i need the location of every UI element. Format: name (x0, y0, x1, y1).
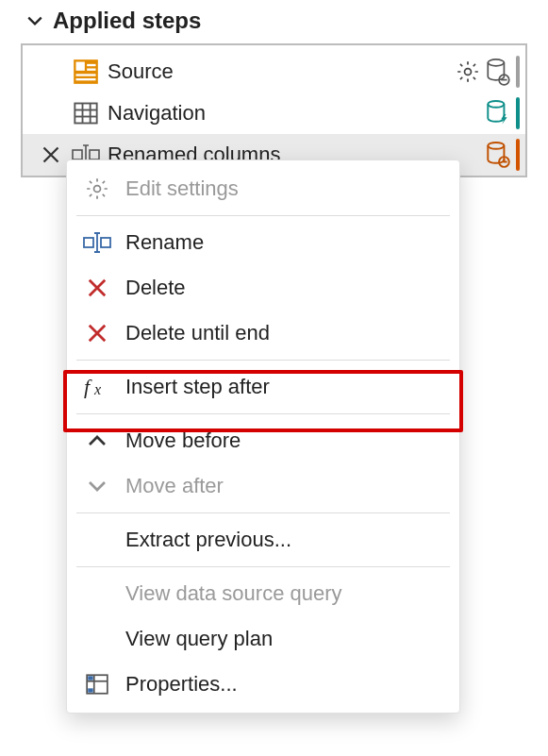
database-bolt-icon[interactable] (486, 99, 510, 127)
svg-rect-3 (87, 69, 95, 71)
table-icon (68, 100, 104, 126)
chevron-down-icon (80, 479, 114, 494)
svg-rect-5 (76, 78, 96, 80)
menu-label: Move before (125, 428, 241, 453)
menu-edit-settings: Edit settings (67, 166, 459, 211)
svg-rect-16 (73, 150, 82, 160)
chevron-down-icon (26, 12, 43, 29)
panel-title: Applied steps (53, 8, 201, 34)
menu-delete-until-end[interactable]: Delete until end (67, 311, 459, 356)
svg-point-6 (465, 69, 472, 76)
database-minus-icon[interactable] (486, 58, 510, 86)
menu-label: View data source query (125, 581, 342, 606)
status-bar (516, 56, 520, 88)
svg-point-21 (94, 186, 101, 193)
delete-step-icon[interactable] (34, 145, 68, 164)
menu-label: View query plan (125, 627, 273, 651)
svg-text:x: x (93, 381, 101, 397)
menu-view-query-plan[interactable]: View query plan (67, 616, 459, 662)
step-label: Navigation (104, 101, 486, 126)
menu-label: Properties... (125, 672, 238, 697)
svg-rect-23 (101, 238, 110, 247)
delete-icon (80, 277, 114, 298)
menu-rename[interactable]: Rename (67, 220, 459, 265)
svg-rect-17 (90, 150, 99, 160)
delete-icon (80, 323, 114, 344)
menu-move-before[interactable]: Move before (67, 418, 459, 463)
menu-move-after: Move after (67, 463, 459, 509)
source-icon (68, 59, 104, 85)
step-row-navigation[interactable]: Navigation (23, 92, 525, 134)
svg-rect-10 (75, 104, 96, 124)
menu-separator (76, 413, 450, 414)
menu-label: Move after (125, 474, 224, 498)
fx-icon: f x (80, 375, 114, 399)
menu-label: Extract previous... (125, 528, 291, 552)
database-clock-icon[interactable] (486, 141, 510, 169)
svg-rect-31 (88, 688, 92, 692)
step-row-source[interactable]: Source (23, 51, 525, 92)
svg-rect-4 (76, 74, 96, 76)
gear-icon[interactable] (456, 59, 480, 84)
svg-rect-30 (88, 676, 92, 680)
menu-separator (76, 215, 450, 216)
gear-icon (80, 176, 114, 201)
step-context-menu: Edit settings Rename Delete Delete until… (66, 160, 460, 714)
menu-separator (76, 512, 450, 513)
menu-label: Delete until end (125, 321, 270, 345)
applied-steps-header[interactable]: Applied steps (0, 0, 548, 43)
status-bar (516, 139, 520, 171)
applied-steps-list: Source Navigation (21, 43, 527, 177)
menu-separator (76, 360, 450, 361)
menu-label: Delete (125, 276, 186, 300)
svg-rect-22 (84, 238, 93, 247)
svg-point-15 (488, 101, 504, 108)
svg-rect-2 (87, 64, 95, 66)
step-label: Source (104, 59, 456, 84)
status-bar (516, 97, 520, 129)
properties-icon (80, 672, 114, 697)
menu-delete[interactable]: Delete (67, 265, 459, 311)
menu-label: Rename (125, 230, 204, 255)
menu-label: Insert step after (125, 375, 270, 399)
menu-properties[interactable]: Properties... (67, 662, 459, 707)
svg-rect-1 (76, 62, 85, 71)
svg-text:f: f (84, 375, 92, 398)
menu-view-data-source-query: View data source query (67, 571, 459, 616)
rename-icon (80, 232, 114, 253)
chevron-up-icon (80, 433, 114, 448)
menu-insert-step-after[interactable]: f x Insert step after (67, 364, 459, 410)
menu-separator (76, 566, 450, 567)
menu-extract-previous[interactable]: Extract previous... (67, 517, 459, 563)
svg-point-19 (488, 143, 504, 149)
menu-label: Edit settings (125, 176, 239, 201)
svg-point-7 (488, 59, 504, 66)
